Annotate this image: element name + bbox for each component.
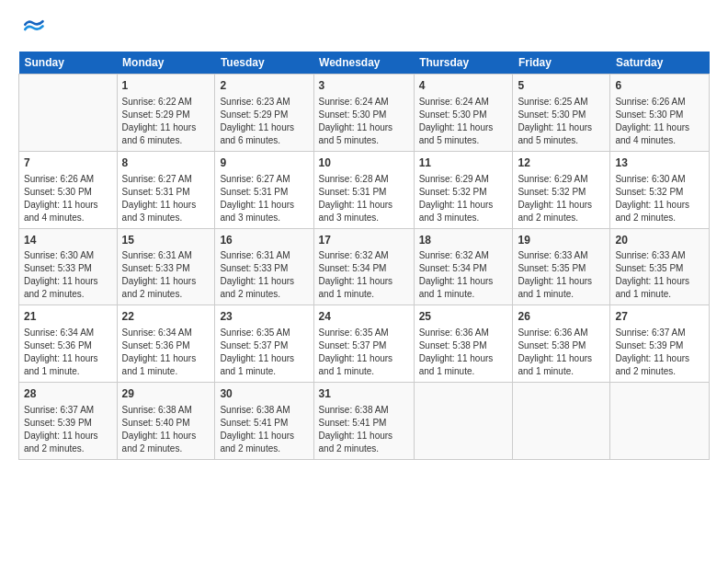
calendar-header-row: SundayMondayTuesdayWednesdayThursdayFrid… xyxy=(19,52,710,75)
day-info-line: Daylight: 11 hours xyxy=(220,199,308,212)
calendar-cell: 30Sunrise: 6:38 AMSunset: 5:41 PMDayligh… xyxy=(215,383,313,460)
day-info-line: Sunset: 5:41 PM xyxy=(319,417,409,430)
weekday-header-monday: Monday xyxy=(117,52,215,75)
day-info-line: and 2 minutes. xyxy=(122,442,210,455)
day-info-line: Daylight: 11 hours xyxy=(24,430,112,442)
calendar-cell xyxy=(610,383,710,460)
calendar-week-2: 7Sunrise: 6:26 AMSunset: 5:30 PMDaylight… xyxy=(19,151,710,228)
calendar-week-1: 1Sunrise: 6:22 AMSunset: 5:29 PMDaylight… xyxy=(19,75,710,152)
logo xyxy=(18,17,46,42)
day-number: 18 xyxy=(419,233,508,248)
day-info-line: Sunset: 5:32 PM xyxy=(419,186,508,199)
day-info-line: Sunset: 5:31 PM xyxy=(220,186,308,199)
day-info-line: Daylight: 11 hours xyxy=(122,199,210,212)
day-info-line: Sunrise: 6:25 AM xyxy=(518,96,605,109)
day-info-line: and 4 minutes. xyxy=(24,212,112,224)
day-number: 10 xyxy=(319,155,409,171)
day-info-line: Sunrise: 6:37 AM xyxy=(24,404,112,417)
day-number: 14 xyxy=(24,233,112,248)
day-info-line: and 3 minutes. xyxy=(122,212,210,224)
day-info-line: Daylight: 11 hours xyxy=(419,352,508,365)
day-info-line: Daylight: 11 hours xyxy=(615,199,704,212)
day-number: 24 xyxy=(319,309,409,325)
calendar-cell: 11Sunrise: 6:29 AMSunset: 5:32 PMDayligh… xyxy=(414,151,513,228)
day-info-line: Sunset: 5:29 PM xyxy=(220,109,308,121)
day-info-line: Daylight: 11 hours xyxy=(419,121,508,134)
day-info-line: and 6 minutes. xyxy=(122,134,210,147)
calendar-cell: 9Sunrise: 6:27 AMSunset: 5:31 PMDaylight… xyxy=(215,151,313,228)
day-info-line: Sunset: 5:38 PM xyxy=(518,339,605,352)
calendar-cell: 28Sunrise: 6:37 AMSunset: 5:39 PMDayligh… xyxy=(19,383,118,460)
day-info-line: Daylight: 11 hours xyxy=(122,121,210,134)
day-info-line: Sunrise: 6:38 AM xyxy=(220,404,308,417)
day-info-line: Sunset: 5:31 PM xyxy=(122,186,210,199)
day-info-line: and 1 minute. xyxy=(419,288,508,301)
day-info-line: Sunset: 5:36 PM xyxy=(24,339,112,352)
calendar-cell: 25Sunrise: 6:36 AMSunset: 5:38 PMDayligh… xyxy=(414,305,513,383)
day-info-line: Daylight: 11 hours xyxy=(319,275,409,288)
calendar-cell: 3Sunrise: 6:24 AMSunset: 5:30 PMDaylight… xyxy=(313,75,414,152)
calendar-week-5: 28Sunrise: 6:37 AMSunset: 5:39 PMDayligh… xyxy=(19,383,710,460)
day-info-line: Daylight: 11 hours xyxy=(419,199,508,212)
day-info-line: Sunset: 5:30 PM xyxy=(615,109,704,121)
day-info-line: Sunset: 5:32 PM xyxy=(518,186,605,199)
calendar-cell: 19Sunrise: 6:33 AMSunset: 5:35 PMDayligh… xyxy=(513,228,610,305)
day-info-line: Daylight: 11 hours xyxy=(615,275,704,288)
day-info-line: Sunrise: 6:30 AM xyxy=(615,173,704,186)
day-info-line: Sunset: 5:38 PM xyxy=(419,339,508,352)
day-info-line: Daylight: 11 hours xyxy=(24,199,112,212)
day-info-line: Sunrise: 6:26 AM xyxy=(615,96,704,109)
day-info-line: and 2 minutes. xyxy=(518,212,605,224)
day-info-line: Daylight: 11 hours xyxy=(319,121,409,134)
day-number: 6 xyxy=(615,78,704,94)
day-info-line: Sunset: 5:30 PM xyxy=(319,109,409,121)
day-info-line: and 3 minutes. xyxy=(220,212,308,224)
day-info-line: Sunrise: 6:27 AM xyxy=(122,173,210,186)
day-info-line: Daylight: 11 hours xyxy=(518,352,605,365)
day-info-line: Sunset: 5:30 PM xyxy=(419,109,508,121)
day-info-line: Sunrise: 6:24 AM xyxy=(419,96,508,109)
day-number: 1 xyxy=(122,78,210,94)
day-info-line: and 6 minutes. xyxy=(220,134,308,147)
day-number: 2 xyxy=(220,78,308,94)
day-info-line: and 5 minutes. xyxy=(419,134,508,147)
calendar-cell xyxy=(19,75,118,152)
calendar-cell: 21Sunrise: 6:34 AMSunset: 5:36 PMDayligh… xyxy=(19,305,118,383)
day-info-line: Daylight: 11 hours xyxy=(615,352,704,365)
day-number: 27 xyxy=(615,309,704,325)
calendar-cell: 31Sunrise: 6:38 AMSunset: 5:41 PMDayligh… xyxy=(313,383,414,460)
day-info-line: Daylight: 11 hours xyxy=(319,352,409,365)
calendar-cell: 6Sunrise: 6:26 AMSunset: 5:30 PMDaylight… xyxy=(610,75,710,152)
logo-icon xyxy=(20,17,46,42)
day-number: 30 xyxy=(220,386,308,402)
calendar-week-3: 14Sunrise: 6:30 AMSunset: 5:33 PMDayligh… xyxy=(19,228,710,305)
day-number: 22 xyxy=(122,309,210,325)
day-info-line: and 5 minutes. xyxy=(319,134,409,147)
day-info-line: and 2 minutes. xyxy=(615,365,704,378)
day-info-line: Sunset: 5:33 PM xyxy=(24,262,112,275)
day-info-line: Sunset: 5:37 PM xyxy=(220,339,308,352)
day-info-line: Sunrise: 6:23 AM xyxy=(220,96,308,109)
weekday-header-tuesday: Tuesday xyxy=(215,52,313,75)
day-number: 21 xyxy=(24,309,112,325)
day-info-line: and 1 minute. xyxy=(319,288,409,301)
day-number: 15 xyxy=(122,233,210,248)
day-info-line: Sunrise: 6:38 AM xyxy=(319,404,409,417)
day-info-line: Daylight: 11 hours xyxy=(615,121,704,134)
day-info-line: Daylight: 11 hours xyxy=(518,121,605,134)
calendar-cell: 23Sunrise: 6:35 AMSunset: 5:37 PMDayligh… xyxy=(215,305,313,383)
day-info-line: and 1 minute. xyxy=(615,288,704,301)
day-info-line: and 3 minutes. xyxy=(419,212,508,224)
day-info-line: and 2 minutes. xyxy=(319,442,409,455)
day-info-line: Daylight: 11 hours xyxy=(319,430,409,442)
day-info-line: Sunrise: 6:33 AM xyxy=(518,249,605,262)
day-info-line: Sunrise: 6:26 AM xyxy=(24,173,112,186)
calendar-cell: 29Sunrise: 6:38 AMSunset: 5:40 PMDayligh… xyxy=(117,383,215,460)
day-number: 12 xyxy=(518,155,605,171)
calendar-cell: 2Sunrise: 6:23 AMSunset: 5:29 PMDaylight… xyxy=(215,75,313,152)
day-number: 4 xyxy=(419,78,508,94)
day-info-line: Sunset: 5:29 PM xyxy=(122,109,210,121)
day-info-line: Daylight: 11 hours xyxy=(122,275,210,288)
day-number: 29 xyxy=(122,386,210,402)
day-info-line: and 1 minute. xyxy=(518,365,605,378)
